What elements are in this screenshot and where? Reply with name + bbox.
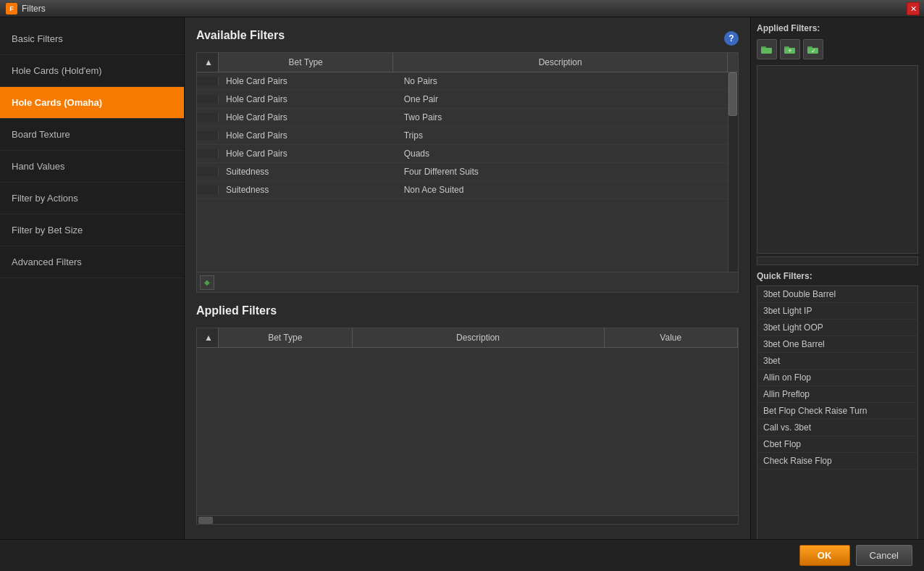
cell-bet-type: Hole Card Pairs	[219, 72, 397, 90]
available-filters-title: Available Filters	[196, 29, 285, 42]
cell-description: Two Pairs	[397, 109, 738, 126]
sidebar-item-filter-by-actions[interactable]: Filter by Actions	[0, 183, 184, 214]
table-row[interactable]: Hole Card Pairs No Pairs	[197, 72, 738, 91]
available-filters-table: ▲ Bet Type Description Hole Card Pairs N…	[196, 52, 739, 293]
table-row[interactable]: Hole Card Pairs Trips	[197, 127, 738, 145]
list-item[interactable]: 3bet	[757, 353, 917, 370]
list-item[interactable]: Cbet Flop	[757, 436, 917, 453]
window-title: Filters	[22, 4, 46, 14]
row-num	[197, 149, 219, 158]
scroll-spacer	[728, 53, 738, 72]
cell-description: One Pair	[397, 91, 738, 108]
list-item[interactable]: Bet Flop Check Raise Turn	[757, 403, 917, 420]
applied-header-description: Description	[353, 328, 605, 347]
cell-bet-type: Hole Card Pairs	[219, 145, 397, 162]
applied-header-value: Value	[605, 328, 739, 347]
center-content: Available Filters ? ▲ Bet Type Descripti…	[185, 17, 750, 571]
header-indicator: ▲	[197, 53, 219, 72]
svg-text:+: +	[788, 47, 791, 54]
row-num	[197, 131, 219, 140]
applied-header-indicator: ▲	[197, 328, 219, 347]
cell-description: Quads	[397, 145, 738, 162]
quick-filters-list[interactable]: 3bet Double Barrel3bet Light IP3bet Ligh…	[757, 286, 918, 548]
applied-h-scrollbar[interactable]	[197, 515, 738, 524]
cell-description: Four Different Suits	[397, 163, 738, 180]
sidebar-item-basic-filters[interactable]: Basic Filters	[0, 23, 184, 55]
cell-description: Non Ace Suited	[397, 181, 738, 199]
applied-filters-title: Applied Filters	[196, 304, 277, 317]
right-panel-title: Applied Filters:	[757, 23, 918, 33]
cell-bet-type: Hole Card Pairs	[219, 127, 397, 144]
folder-check-icon[interactable]: ✓	[803, 39, 823, 59]
sidebar-item-hole-cards-omaha[interactable]: Hole Cards (Omaha)	[0, 87, 184, 119]
table-row[interactable]: Hole Card Pairs Two Pairs	[197, 109, 738, 127]
svg-text:✓: ✓	[811, 48, 816, 54]
sidebar-item-hole-cards-holdem[interactable]: Hole Cards (Hold'em)	[0, 55, 184, 87]
list-item[interactable]: Check Raise Flop	[757, 453, 917, 470]
available-filters-header: Available Filters ?	[196, 29, 739, 48]
help-icon[interactable]: ?	[724, 31, 739, 46]
table-row[interactable]: Hole Card Pairs Quads	[197, 145, 738, 163]
cancel-button[interactable]: Cancel	[856, 545, 912, 566]
cell-bet-type: Hole Card Pairs	[219, 91, 397, 108]
table-row[interactable]: Suitedness Non Ace Suited	[197, 181, 738, 199]
right-panel-toolbar: + ✓	[757, 39, 918, 59]
sidebar-item-filter-by-bet-size[interactable]: Filter by Bet Size	[0, 214, 184, 246]
list-item[interactable]: 3bet One Barrel	[757, 336, 917, 353]
cell-description: Trips	[397, 127, 738, 144]
list-item[interactable]: Call vs. 3bet	[757, 420, 917, 436]
row-num	[197, 167, 219, 176]
applied-header-bet-type: Bet Type	[219, 328, 353, 347]
applied-h-scrollbar-thumb[interactable]	[198, 517, 213, 524]
list-item[interactable]: 3bet Double Barrel	[757, 286, 917, 303]
sidebar-item-advanced-filters[interactable]: Advanced Filters	[0, 246, 184, 278]
available-scrollbar-track[interactable]	[728, 72, 738, 272]
add-filter-button[interactable]: ◆	[200, 275, 214, 290]
cell-description: No Pairs	[397, 72, 738, 90]
cell-bet-type: Suitedness	[219, 181, 397, 199]
row-num	[197, 95, 219, 104]
available-table-header: ▲ Bet Type Description	[197, 53, 738, 72]
row-num	[197, 77, 219, 86]
applied-table-body[interactable]	[197, 348, 738, 515]
header-bet-type: Bet Type	[219, 53, 393, 72]
sidebar-item-hand-values[interactable]: Hand Values	[0, 151, 184, 183]
list-item[interactable]: 3bet Light OOP	[757, 320, 917, 336]
quick-filters-title: Quick Filters:	[757, 271, 918, 281]
available-table-body[interactable]: Hole Card Pairs No Pairs Hole Card Pairs…	[197, 72, 738, 272]
sidebar: Basic FiltersHole Cards (Hold'em)Hole Ca…	[0, 17, 185, 571]
bottom-bar: OK Cancel	[0, 539, 924, 571]
applied-filters-table: ▲ Bet Type Description Value	[196, 328, 739, 525]
main-layout: Basic FiltersHole Cards (Hold'em)Hole Ca…	[0, 17, 924, 571]
right-panel-content	[757, 65, 918, 254]
available-table-bottom-bar: ◆	[197, 272, 738, 292]
folder-add-icon[interactable]: +	[780, 39, 800, 59]
available-filters-section: Available Filters ? ▲ Bet Type Descripti…	[196, 29, 739, 293]
applied-filters-header: Applied Filters	[196, 304, 739, 323]
available-scrollbar-thumb[interactable]	[728, 72, 737, 116]
row-num	[197, 186, 219, 194]
close-button[interactable]: ✕	[907, 2, 920, 15]
right-panel-scroll[interactable]	[757, 257, 918, 265]
list-item[interactable]: 3bet Light IP	[757, 303, 917, 320]
app-icon: F	[6, 3, 17, 14]
table-row[interactable]: Suitedness Four Different Suits	[197, 163, 738, 181]
svg-rect-1	[761, 48, 772, 54]
row-num	[197, 113, 219, 122]
table-row[interactable]: Hole Card Pairs One Pair	[197, 91, 738, 109]
sidebar-item-board-texture[interactable]: Board Texture	[0, 119, 184, 151]
cell-bet-type: Suitedness	[219, 163, 397, 180]
list-item[interactable]: Allin Preflop	[757, 386, 917, 403]
header-description: Description	[393, 53, 728, 72]
title-bar: F Filters ✕	[0, 0, 924, 17]
ok-button[interactable]: OK	[799, 545, 850, 566]
applied-filters-section: Applied Filters ▲ Bet Type Description V…	[196, 304, 739, 525]
applied-table-header: ▲ Bet Type Description Value	[197, 328, 738, 348]
right-panel: Applied Filters: + ✓	[750, 17, 924, 571]
folder-open-icon[interactable]	[757, 39, 777, 59]
list-item[interactable]: Allin on Flop	[757, 370, 917, 386]
cell-bet-type: Hole Card Pairs	[219, 109, 397, 126]
